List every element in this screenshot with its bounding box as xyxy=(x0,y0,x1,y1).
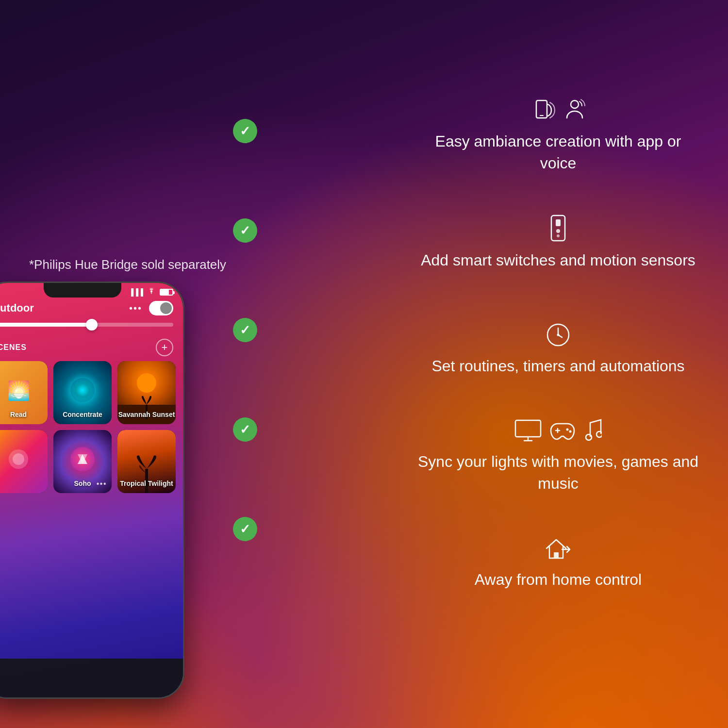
checkmark-5: ✓ xyxy=(240,522,250,537)
svg-point-10 xyxy=(557,234,560,237)
room-label: Outdoor xyxy=(0,302,34,314)
wifi-icon xyxy=(147,288,156,296)
svg-point-2 xyxy=(13,453,24,465)
ambiance-desc: Easy ambiance creation with app or voice xyxy=(417,131,699,174)
svg-point-16 xyxy=(586,434,592,440)
svg-rect-18 xyxy=(554,552,559,558)
scene-read[interactable]: 🌅 Read xyxy=(0,361,48,424)
svg-rect-5 xyxy=(540,115,544,116)
check-4: ✓ xyxy=(233,417,257,442)
phone-icon xyxy=(530,98,556,123)
ambiance-icons xyxy=(530,98,586,123)
svg-point-12 xyxy=(557,333,560,336)
home-away-icon xyxy=(544,536,573,561)
page: Hue Bridge required for Outdoor *Philips… xyxy=(0,0,728,728)
scene-tropical-label: Tropical Twilight xyxy=(120,480,173,487)
brightness-slider-container xyxy=(0,320,183,334)
checkmark-1: ✓ xyxy=(240,124,250,139)
switches-icons xyxy=(547,215,569,242)
phone-mockup: ▐▐▐ Outdoor xyxy=(0,281,189,704)
svg-point-15 xyxy=(569,430,572,433)
power-toggle[interactable] xyxy=(149,301,173,315)
feature-switches: Add smart switches and motion sensors xyxy=(417,204,699,281)
checkmark-2: ✓ xyxy=(240,223,250,238)
scene-savannah[interactable]: Savannah Sunset xyxy=(117,361,176,424)
feature-ambiance: Easy ambiance creation with app or voice xyxy=(417,97,699,175)
phone-notch xyxy=(44,283,121,298)
sync-desc: Sync your lights with movies, games and … xyxy=(417,451,699,495)
signal-icon: ▐▐▐ xyxy=(129,288,143,296)
bridge-note: *Philips Hue Bridge sold separately xyxy=(29,257,226,272)
scene-soho[interactable]: Soho ••• xyxy=(53,430,112,493)
monitor-icon xyxy=(514,419,542,442)
music-icon xyxy=(583,418,602,443)
battery-icon xyxy=(160,289,173,296)
check-2: ✓ xyxy=(233,218,257,243)
check-5: ✓ xyxy=(233,517,257,541)
svg-point-14 xyxy=(566,429,569,431)
voice-icon xyxy=(563,98,586,123)
scene-savannah-label: Savannah Sunset xyxy=(118,411,175,418)
scenes-header: SCENES + xyxy=(0,334,183,361)
feature-away: Away from home control xyxy=(417,524,699,602)
away-desc: Away from home control xyxy=(475,569,642,591)
scene-relax[interactable] xyxy=(0,430,48,493)
clock-icon xyxy=(546,322,571,347)
checkmark-4: ✓ xyxy=(240,422,250,437)
features-panel: Easy ambiance creation with app or voice… xyxy=(417,97,699,631)
routines-icons xyxy=(546,322,571,347)
scenes-add-button[interactable]: + xyxy=(156,339,173,356)
gamepad-icon xyxy=(549,421,576,440)
check-1: ✓ xyxy=(233,119,257,143)
svg-rect-8 xyxy=(556,219,561,226)
feature-routines: Set routines, timers and automations xyxy=(417,311,699,388)
scene-tropical[interactable]: Tropical Twilight xyxy=(117,430,176,493)
brightness-slider[interactable] xyxy=(0,323,173,327)
svg-point-9 xyxy=(556,229,560,233)
scene-soho-menu[interactable]: ••• xyxy=(97,480,107,488)
switch-icon xyxy=(547,215,569,242)
routines-desc: Set routines, timers and automations xyxy=(431,355,684,377)
away-icons xyxy=(544,536,573,561)
scene-read-label: Read xyxy=(10,411,27,418)
scene-concentrate-label: Concentrate xyxy=(63,411,102,418)
phone-frame: ▐▐▐ Outdoor xyxy=(0,281,184,699)
switches-desc: Add smart switches and motion sensors xyxy=(421,249,695,271)
scene-soho-label: Soho xyxy=(74,480,91,487)
svg-rect-13 xyxy=(515,420,541,437)
checks-column: ✓ ✓ ✓ ✓ ✓ xyxy=(233,119,257,541)
phone-bottom-bar xyxy=(0,659,183,697)
phone-screen: ▐▐▐ Outdoor xyxy=(0,283,183,697)
sync-icons xyxy=(514,418,602,443)
scene-concentrate[interactable]: Concentrate xyxy=(53,361,112,424)
svg-point-6 xyxy=(571,100,579,108)
feature-sync: Sync your lights with movies, games and … xyxy=(417,417,699,495)
app-header: Outdoor ••• xyxy=(0,298,183,320)
scenes-label: SCENES xyxy=(0,343,27,352)
checkmark-3: ✓ xyxy=(240,323,250,338)
svg-point-17 xyxy=(596,431,602,437)
check-3: ✓ xyxy=(233,318,257,342)
scenes-grid: 🌅 Read Concentrate xyxy=(0,361,183,493)
menu-dots[interactable]: ••• xyxy=(129,303,142,314)
